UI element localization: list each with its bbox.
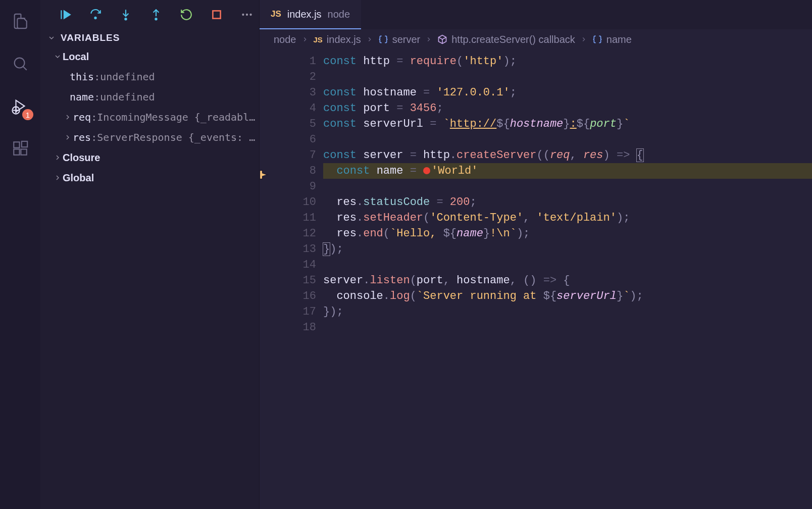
code-line[interactable]: res.setHeader('Content-Type', 'text/plai… [323, 210, 812, 226]
code-line[interactable]: console.log(`Server running at ${serverU… [323, 288, 812, 304]
tabs: JS index.js node [260, 0, 812, 29]
svg-point-18 [242, 14, 244, 16]
variables-section-header[interactable]: VARIABLES [40, 29, 259, 46]
line-number-gutter: 123456789101112131415161718 [275, 54, 323, 509]
variables-tree: Local this: undefinedname: undefinedreq:… [40, 46, 259, 188]
symbol-method-icon [437, 34, 447, 44]
step-out-button[interactable] [149, 8, 163, 21]
line-number: 16 [275, 288, 316, 304]
step-into-button[interactable] [119, 8, 132, 21]
variable-row[interactable]: req: IncomingMessage {_readabl… [40, 107, 259, 127]
explorer-icon[interactable] [8, 9, 32, 33]
code-lines[interactable]: const http = require('http');const hostn… [323, 54, 812, 509]
svg-point-14 [125, 18, 126, 20]
debug-badge: 1 [22, 109, 33, 120]
svg-rect-6 [14, 142, 19, 147]
chevron-right-icon [580, 34, 587, 45]
line-number: 8 [275, 163, 316, 179]
tab-filename: index.js [287, 9, 322, 20]
code-line[interactable]: const serverUrl = `http://${hostname}:${… [323, 116, 812, 132]
code-line[interactable]: const name = 'World' [323, 163, 812, 179]
line-number: 9 [275, 179, 316, 194]
breadcrumb-item[interactable]: server [378, 34, 421, 45]
variable-row[interactable]: name: undefined [40, 87, 259, 107]
breadcrumb-label: index.js [327, 34, 361, 45]
line-number: 7 [275, 147, 316, 163]
line-number: 12 [275, 226, 316, 241]
line-number: 3 [275, 85, 316, 100]
code-line[interactable]: const server = http.createServer((req, r… [323, 147, 812, 163]
breadcrumb-item[interactable]: node [274, 34, 296, 45]
tab-desc: node [328, 9, 350, 20]
code-line[interactable]: res.end(`Hello, ${name}!\n`); [323, 226, 812, 241]
chevron-down-icon [46, 34, 57, 42]
breadcrumb-item[interactable]: http.createServer() callback [437, 34, 575, 45]
glyph-margin [260, 54, 275, 509]
code-line[interactable]: const port = 3456; [323, 100, 812, 116]
svg-rect-17 [213, 11, 220, 18]
extensions-icon[interactable] [8, 136, 32, 161]
scope-global[interactable]: Global [40, 168, 259, 188]
svg-marker-11 [64, 11, 70, 18]
code-line[interactable]: server.listen(port, hostname, () => { [323, 273, 812, 288]
svg-point-16 [155, 18, 157, 20]
breadcrumb-item[interactable]: name [592, 34, 632, 45]
svg-point-19 [246, 14, 248, 16]
svg-rect-7 [14, 149, 19, 155]
breadcrumbs: nodeJSindex.jsserverhttp.createServer() … [260, 29, 812, 49]
line-number: 10 [275, 194, 316, 210]
chevron-right-icon [53, 174, 63, 182]
code-line[interactable] [323, 132, 812, 147]
symbol-variable-icon [378, 34, 388, 44]
svg-line-1 [23, 67, 27, 70]
continue-button[interactable] [59, 8, 72, 21]
line-number: 6 [275, 132, 316, 147]
chevron-right-icon [425, 34, 432, 45]
stop-button[interactable] [210, 8, 223, 21]
svg-point-20 [249, 14, 251, 16]
code-line[interactable] [323, 257, 812, 273]
breadcrumb-label: server [392, 34, 421, 45]
code-line[interactable]: const hostname = '127.0.0.1'; [323, 85, 812, 100]
code-line[interactable] [323, 179, 812, 194]
code-line[interactable]: res.statusCode = 200; [323, 194, 812, 210]
code-editor[interactable]: 123456789101112131415161718 const http =… [260, 49, 812, 509]
line-number: 1 [275, 54, 316, 69]
code-line[interactable] [323, 320, 812, 335]
more-actions-button[interactable] [240, 8, 253, 21]
variable-row[interactable]: res: ServerResponse {_events: … [40, 127, 259, 147]
variable-row[interactable]: this: undefined [40, 67, 259, 87]
variables-title: VARIABLES [61, 32, 120, 43]
code-line[interactable] [323, 69, 812, 85]
breadcrumb-label: node [274, 34, 296, 45]
js-file-icon: JS [271, 9, 281, 19]
svg-rect-9 [22, 141, 27, 147]
breadcrumb-label: name [606, 34, 632, 45]
scope-local[interactable]: Local [40, 46, 259, 67]
restart-button[interactable] [180, 8, 193, 21]
activity-bar: 1 [0, 0, 40, 509]
code-line[interactable]: }); [323, 241, 812, 257]
breadcrumb-item[interactable]: JSindex.js [314, 34, 361, 45]
chevron-right-icon [53, 154, 63, 162]
step-over-button[interactable] [89, 8, 102, 21]
code-line[interactable]: const http = require('http'); [323, 54, 812, 69]
chevron-right-icon [63, 113, 73, 121]
chevron-right-icon [301, 34, 309, 45]
chevron-down-icon [53, 53, 63, 61]
scope-closure[interactable]: Closure [40, 147, 259, 168]
chevron-right-icon [366, 34, 373, 45]
debug-icon[interactable]: 1 [8, 94, 32, 118]
tab-index-js[interactable]: JS index.js node [260, 0, 361, 29]
js-file-icon: JS [314, 35, 323, 44]
svg-point-12 [94, 17, 96, 19]
breakpoint-icon[interactable] [423, 167, 430, 174]
search-icon[interactable] [8, 52, 32, 76]
code-line[interactable]: }); [323, 304, 812, 320]
execution-pointer-icon [258, 168, 272, 182]
breadcrumb-label: http.createServer() callback [451, 34, 575, 45]
symbol-variable-icon [592, 34, 602, 44]
debug-toolbar [40, 0, 259, 29]
line-number: 15 [275, 273, 316, 288]
line-number: 5 [275, 116, 316, 132]
